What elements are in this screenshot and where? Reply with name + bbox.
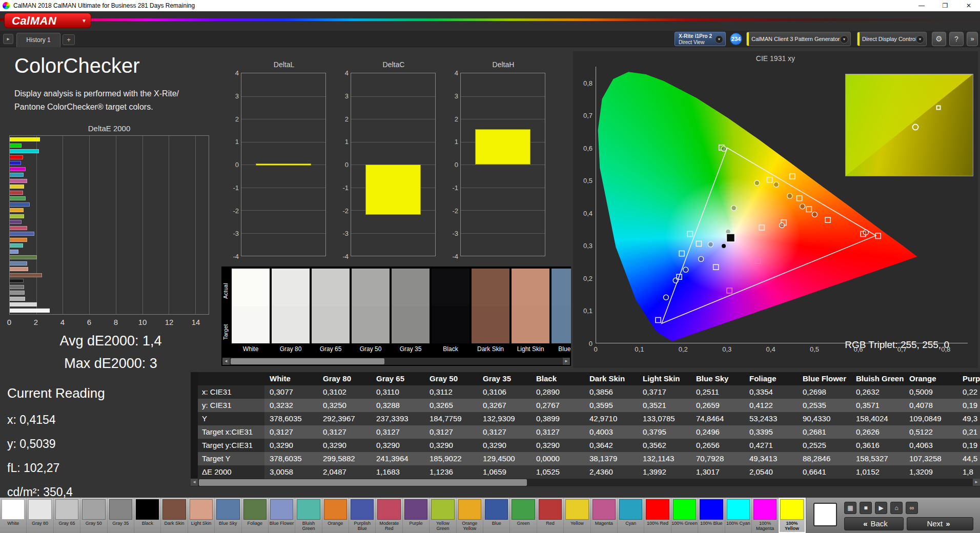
delta-axis-label: 1 [235,138,239,146]
meter-dropdown[interactable]: X-Rite i1Pro 2 Direct View ▼ [675,32,726,46]
back-button[interactable]: «Back [844,517,904,530]
table-cell: 0,3642 [584,439,638,452]
palette-item-blue[interactable]: Blue [483,498,510,533]
grid-icon[interactable]: ▦ [844,502,856,514]
expand-chevron-button[interactable]: » [967,32,978,46]
pattern-generator-label: CalMAN Client 3 Pattern Generator [751,32,840,46]
table-cell: 0,2659 [691,399,744,412]
home-icon[interactable]: ⌂ [890,502,903,514]
palette-item-black[interactable]: Black [134,498,161,533]
table-cell: 0,3127 [531,425,584,439]
palette-item-100-yellow[interactable]: 100% Yellow [779,498,805,533]
pattern-window-button[interactable] [813,503,837,526]
palette-color [539,499,562,520]
cie-measured-dot [722,244,726,248]
table-row-y-cie31: y: CIE310,32320,32500,32880,32650,32670,… [198,399,980,412]
maximize-button[interactable]: ❐ [934,0,956,11]
table-col-header-foliage: Foliage [744,372,798,385]
description-line: Pantone ColorChecker® target colors. [14,100,179,114]
table-cell: 2,0540 [744,465,798,479]
chevron-down-icon[interactable]: ▼ [840,35,848,44]
calman-logo[interactable]: CalMAN ▼ [4,13,91,28]
palette-item-white[interactable]: White [0,498,27,533]
palette-item-blue-sky[interactable]: Blue Sky [215,498,241,533]
delta-gridline [461,96,545,97]
palette-item-cyan[interactable]: Cyan [618,498,644,533]
palette-item-gray-80[interactable]: Gray 80 [27,498,53,533]
delta-gridline [461,188,545,188]
scroll-right-icon[interactable]: ► [563,358,570,365]
palette-item-magenta[interactable]: Magenta [591,498,618,533]
palette-color [727,499,750,520]
table-cell: 299,5882 [318,452,371,465]
palette-item-100-blue[interactable]: 100% Blue [698,498,725,533]
cie-axis-label: 0,3 [722,345,731,353]
table-row-label: y: CIE31 [198,399,264,412]
swatch-scroll-thumb[interactable] [231,358,384,364]
palette-item-purplish-blue[interactable]: Purplish Blue [349,498,376,533]
palette-item-orange[interactable]: Orange [322,498,349,533]
cie-axis-label: 0,7 [583,112,593,119]
palette-item-100-cyan[interactable]: 100% Cyan [725,498,752,533]
palette-item-dark-skin[interactable]: Dark Skin [161,498,188,533]
table-cell: 0,0000 [531,452,584,465]
palette-item-gray-65[interactable]: Gray 65 [54,498,80,533]
scroll-left-icon[interactable]: ◄ [191,479,198,486]
loop-icon[interactable]: ∞ [906,502,918,514]
minimize-button[interactable]: — [910,0,933,11]
settings-gear-button[interactable]: ⚙ [932,32,946,46]
help-button[interactable]: ? [949,32,964,46]
display-control-dropdown[interactable]: Direct Display Control ▼ [857,32,927,46]
palette-item-green[interactable]: Green [510,498,537,533]
palette-item-orange-yellow[interactable]: Orange Yellow [457,498,483,533]
cie-axis-label: 0,4 [583,209,593,217]
table-cell: 0,3290 [318,439,371,452]
table-row-target-x-cie31: Target x:CIE310,31270,31270,31270,31270,… [198,425,980,439]
swatch-label: Gray 65 [312,343,350,354]
deltac-plot [351,73,436,256]
close-button[interactable]: ✕ [957,0,980,11]
palette-item-100-magenta[interactable]: 100% Magenta [752,498,779,533]
table-cell: 0,4078 [904,399,957,412]
pattern-generator-dropdown[interactable]: CalMAN Client 3 Pattern Generator ▼ [746,32,851,46]
palette-item-foliage[interactable]: Foliage [242,498,269,533]
swatch-scrollbar[interactable]: ◄ ► [222,358,570,365]
scroll-left-icon[interactable]: ◄ [222,358,230,365]
next-button[interactable]: Next» [907,517,973,530]
palette-item-bluish-green[interactable]: Bluish Green [295,498,322,533]
add-tab-button[interactable]: + [63,34,75,45]
deltae-bar-green [10,196,26,200]
table-scroll-thumb[interactable] [199,479,527,486]
play-icon[interactable]: ▶ [875,502,887,514]
palette-item-blue-flower[interactable]: Blue Flower [269,498,295,533]
palette-item-yellow[interactable]: Yellow [564,498,590,533]
palette-item-light-skin[interactable]: Light Skin [188,498,215,533]
tab-nav-arrow-button[interactable]: ▸ [3,34,13,44]
current-reading-title: Current Reading [7,385,105,401]
palette-item-moderate-red[interactable]: Moderate Red [376,498,402,533]
palette-item-gray-35[interactable]: Gray 35 [108,498,134,533]
swatch-gray-65: Gray 65 [312,269,350,355]
palette-row: WhiteGray 80Gray 65Gray 50Gray 35BlackDa… [0,498,806,533]
palette-item-purple[interactable]: Purple [403,498,430,533]
delta-axis-label: -3 [342,230,349,237]
palette-item-100-green[interactable]: 100% Green [671,498,698,533]
table-col-header-light-skin: Light Skin [638,372,691,385]
stop-icon[interactable]: ■ [860,502,872,514]
table-scrollbar[interactable]: ◄ ► [191,479,980,486]
cie-target-square [875,233,881,238]
cie-gamut-triangle [662,148,876,323]
palette-item-gray-50[interactable]: Gray 50 [80,498,107,533]
swatch-white: White [232,269,270,355]
palette-item-red[interactable]: Red [537,498,564,533]
table-cell: 0,3290 [371,439,424,452]
table-cell: 109,0849 [904,412,957,425]
scroll-right-icon[interactable]: ► [973,479,980,486]
palette-color [780,499,803,520]
table-cell: 0,3290 [531,439,584,452]
palette-item-100-red[interactable]: 100% Red [644,498,671,533]
chevron-down-icon[interactable]: ▼ [916,35,924,44]
chevron-down-icon[interactable]: ▼ [715,35,723,44]
palette-item-yellow-green[interactable]: Yellow Green [430,498,456,533]
tab-history-1[interactable]: History 1 [16,33,60,47]
